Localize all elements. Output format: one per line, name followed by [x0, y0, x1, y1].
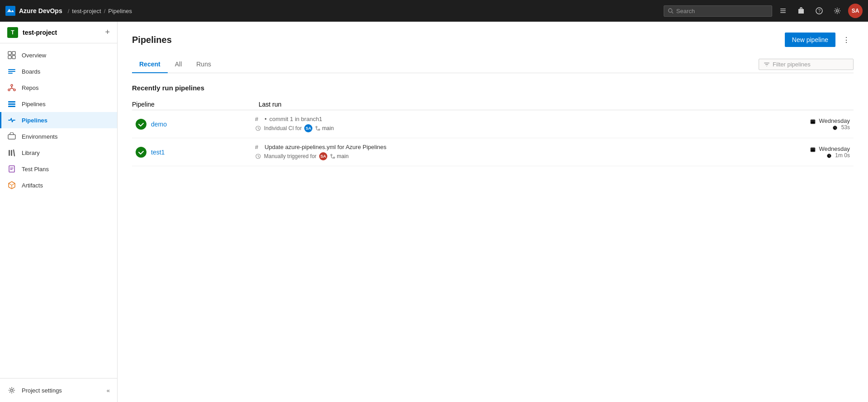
- hash-symbol: #: [255, 116, 258, 122]
- sidebar-item-pipelines[interactable]: Pipelines: [0, 112, 117, 128]
- sidebar-item-environments[interactable]: Environments: [0, 128, 117, 145]
- search-input[interactable]: [676, 8, 768, 14]
- artifacts-icon: [7, 181, 16, 190]
- svg-line-2: [672, 12, 673, 13]
- svg-rect-4: [780, 10, 786, 11]
- tab-runs[interactable]: Runs: [189, 56, 218, 73]
- project-settings-label: Project settings: [22, 387, 62, 394]
- sidebar-item-repos[interactable]: Repos: [0, 79, 117, 96]
- branch-icon-demo: [315, 126, 321, 131]
- branch-tag-demo: main: [315, 125, 334, 131]
- overview-icon: [7, 51, 16, 60]
- svg-rect-24: [11, 150, 12, 156]
- project-settings-item[interactable]: Project settings «: [0, 382, 117, 398]
- run-day-test1: Wednesday: [796, 145, 850, 152]
- run-trigger-demo: Individual CI for SA main: [255, 124, 796, 132]
- filter-pipelines-input[interactable]: [773, 61, 849, 68]
- page-title: Pipelines: [132, 35, 172, 45]
- project-name: test-project: [23, 29, 100, 36]
- page-header: Pipelines New pipeline ⋮: [132, 33, 854, 47]
- sidebar-bottom: Project settings «: [0, 378, 117, 402]
- list-icon-btn[interactable]: [776, 4, 790, 18]
- svg-rect-20: [8, 103, 15, 105]
- svg-rect-23: [9, 150, 10, 156]
- run-commit-demo: commit 1 in branch1: [269, 116, 322, 122]
- col-lastrun-header: Last run: [259, 101, 282, 108]
- sidebar-item-pipelines-section-label: Pipelines: [22, 101, 46, 108]
- run-trigger-test1: Manually triggered for SA main: [255, 152, 796, 160]
- boards-icon: [7, 67, 16, 76]
- tabs: Recent All Runs: [132, 56, 759, 73]
- branch-name-test1: main: [337, 153, 349, 159]
- svg-rect-15: [8, 73, 13, 74]
- main-layout: T test-project + Overview: [0, 22, 868, 402]
- pipeline-row[interactable]: test1 # Update azure-pipelines.yml for A…: [132, 138, 854, 166]
- calendar-icon-demo: [810, 119, 816, 124]
- pipeline-name-demo: demo: [151, 121, 255, 128]
- help-icon-btn[interactable]: ?: [812, 4, 826, 18]
- status-success-icon-2: [136, 147, 146, 158]
- collapse-sidebar-btn[interactable]: «: [107, 387, 110, 394]
- sidebar-item-overview-label: Overview: [22, 52, 46, 59]
- calendar-icon-test1: [810, 147, 816, 152]
- logo[interactable]: Azure DevOps: [5, 6, 62, 16]
- run-info-test1: # Update azure-pipelines.yml for Azure P…: [255, 144, 796, 160]
- breadcrumb-project[interactable]: test-project: [72, 8, 101, 14]
- pipeline-row[interactable]: demo # • commit 1 in branch1 I: [132, 110, 854, 138]
- branch-tag-test1: main: [330, 153, 349, 159]
- more-options-button[interactable]: ⋮: [839, 33, 854, 47]
- project-icon: T: [7, 27, 18, 38]
- svg-point-27: [316, 126, 317, 128]
- sidebar-item-boards[interactable]: Boards: [0, 63, 117, 79]
- topbar: Azure DevOps / test-project / Pipelines: [0, 0, 868, 22]
- trigger-icon-demo: [255, 125, 261, 131]
- svg-rect-29: [811, 120, 815, 124]
- svg-rect-14: [8, 71, 15, 72]
- breadcrumb: / test-project / Pipelines: [68, 8, 132, 14]
- sidebar-item-library-label: Library: [22, 150, 40, 156]
- svg-point-16: [11, 84, 13, 86]
- sidebar-item-test-plans[interactable]: Test Plans: [0, 161, 117, 177]
- svg-point-8: [836, 10, 839, 12]
- settings-icon: [834, 7, 841, 14]
- tab-all[interactable]: All: [168, 56, 189, 73]
- filter-pipelines-box[interactable]: [759, 59, 854, 70]
- pipeline-section: Recently run pipelines Pipeline Last run…: [132, 73, 854, 177]
- sidebar-item-artifacts-label: Artifacts: [22, 182, 43, 189]
- settings-icon-btn[interactable]: [830, 4, 844, 18]
- col-pipeline-header: Pipeline: [132, 101, 259, 108]
- run-time-info-demo: Wednesday 53s: [796, 117, 850, 131]
- run-day-demo: Wednesday: [796, 117, 850, 124]
- hash-symbol-2: #: [255, 144, 258, 150]
- run-time-info-test1: Wednesday 1m 0s: [796, 145, 850, 159]
- new-pipeline-button[interactable]: New pipeline: [785, 33, 835, 47]
- svg-point-28: [319, 129, 320, 131]
- add-project-btn[interactable]: +: [105, 28, 110, 37]
- sidebar-item-test-plans-label: Test Plans: [22, 166, 49, 173]
- svg-point-17: [8, 89, 10, 91]
- user-avatar[interactable]: SA: [848, 4, 863, 18]
- trigger-label-demo: Individual CI for: [264, 125, 302, 131]
- pipelines-section-icon: [7, 99, 16, 108]
- tabs-bar: Recent All Runs: [132, 56, 854, 73]
- tab-recent[interactable]: Recent: [132, 56, 168, 73]
- repos-icon: [7, 83, 16, 92]
- status-success-icon: [136, 119, 146, 130]
- svg-rect-19: [8, 101, 15, 103]
- pipelines-icon: [7, 116, 16, 125]
- sidebar-nav: Overview Boards: [0, 43, 117, 378]
- sidebar-item-artifacts[interactable]: Artifacts: [0, 177, 117, 193]
- library-icon: [7, 148, 16, 157]
- filter-icon: [764, 61, 770, 68]
- sidebar-item-overview[interactable]: Overview: [0, 47, 117, 63]
- bag-icon-btn[interactable]: [794, 4, 808, 18]
- bag-icon: [797, 7, 805, 14]
- sidebar-item-pipelines-section[interactable]: Pipelines: [0, 96, 117, 112]
- search-box[interactable]: [664, 5, 772, 17]
- svg-rect-21: [8, 106, 15, 107]
- trigger-avatar-demo: SA: [304, 124, 312, 132]
- svg-rect-22: [8, 135, 15, 139]
- clock-icon-demo: [832, 125, 838, 131]
- sidebar-item-library[interactable]: Library: [0, 145, 117, 161]
- svg-point-1: [669, 9, 672, 12]
